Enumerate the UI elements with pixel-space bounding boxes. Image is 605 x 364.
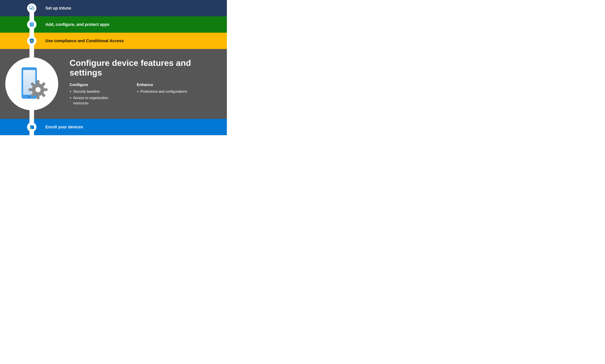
device-gear-icon: [5, 57, 58, 110]
step-label: Add, configure, and protect apps: [45, 22, 109, 27]
svg-rect-12: [33, 26, 34, 27]
monitor-arrow-icon: [27, 3, 37, 13]
svg-rect-8: [31, 24, 32, 25]
svg-rect-10: [30, 26, 31, 27]
devices-plus-icon: [27, 122, 37, 132]
svg-rect-19: [37, 96, 39, 99]
svg-rect-5: [31, 23, 32, 24]
list-item: Access to organization resources: [73, 95, 122, 106]
svg-rect-11: [31, 26, 32, 27]
step-setup-intune: Set up Intune: [0, 0, 227, 16]
step-label: Enroll your devices: [45, 125, 83, 130]
svg-rect-6: [33, 23, 34, 24]
list-item: Security baseline: [73, 89, 122, 94]
step-configure-device-features: Configure device features and settings C…: [0, 49, 227, 119]
svg-rect-13: [31, 40, 33, 42]
step-label: Use compliance and Conditional Access: [45, 39, 124, 43]
step-add-configure-apps: Add, configure, and protect apps: [0, 16, 227, 33]
step-compliance-conditional-access: Use compliance and Conditional Access: [0, 33, 227, 49]
apps-grid-icon: [27, 20, 37, 29]
svg-rect-20: [44, 88, 48, 91]
list-item: Protections and configurations: [140, 89, 187, 94]
step-title: Configure device features and settings: [70, 58, 215, 78]
svg-rect-7: [30, 24, 31, 25]
svg-rect-18: [37, 80, 39, 84]
svg-rect-9: [33, 24, 34, 25]
svg-rect-4: [30, 23, 31, 24]
column-heading: Enhance: [137, 82, 187, 87]
svg-point-26: [36, 87, 41, 92]
configure-column: Configure Security baseline Access to or…: [70, 82, 122, 107]
svg-rect-21: [29, 88, 32, 91]
svg-point-16: [28, 96, 30, 98]
step-label: Set up Intune: [45, 6, 71, 11]
step-enroll-devices: Enroll your devices: [0, 119, 227, 135]
enhance-column: Enhance Protections and configurations: [137, 82, 187, 107]
shield-lock-icon: [27, 36, 37, 46]
column-heading: Configure: [70, 82, 122, 87]
